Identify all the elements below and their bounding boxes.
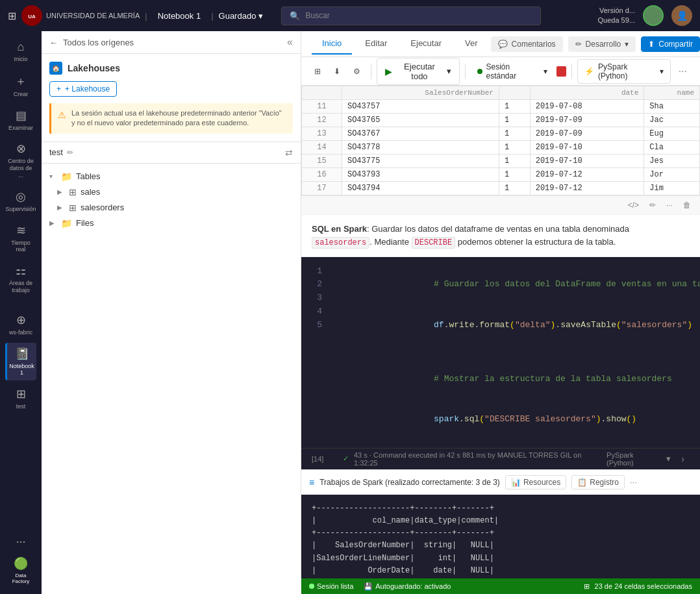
test-icon: ⊞	[16, 387, 26, 401]
compartir-button[interactable]: ⬆ Compartir	[641, 36, 700, 52]
sidebar-item-tiempo-real[interactable]: ≋ Tiempo real	[5, 219, 36, 258]
warning-text: La sesión actual usa el lakehouse predet…	[71, 108, 286, 129]
tab-ejecutar[interactable]: Ejecutar	[400, 33, 452, 55]
desarrollo-button[interactable]: ✏ Desarrollo ▾	[568, 36, 636, 52]
stop-button[interactable]	[556, 66, 566, 77]
test-label[interactable]: test ✏	[49, 147, 73, 157]
code-content[interactable]: # Guardar los datos del DataFrame de ven…	[332, 265, 700, 440]
sidebar-label-centro: Centro de datos de ...	[8, 158, 34, 179]
more-icon: ···	[16, 535, 25, 549]
files-label: Files	[76, 218, 293, 228]
panel-collapse-button[interactable]: «	[287, 36, 293, 48]
code-line-4: # Mostrar la estructura de la tabla sale…	[332, 359, 700, 399]
add-lakehouse-button[interactable]: + + Lakehouse	[49, 81, 117, 97]
grid-icon[interactable]: ⊞	[8, 10, 16, 22]
code-line-3	[332, 345, 700, 359]
action-toolbar: ⊞ ⬇ ⚙ ▶ Ejecutar todo ▾ Sesión estándar …	[301, 57, 700, 86]
code-view-button[interactable]: </>	[624, 199, 643, 212]
spark-more-button[interactable]: ···	[630, 477, 637, 487]
add-cell-icon: ⊞	[314, 67, 321, 76]
expand-output-button[interactable]: ›	[676, 452, 690, 465]
table-row: 11SO4375712019-07-08Sha	[302, 100, 700, 114]
code-line-1: # Guardar los datos del DataFrame de ven…	[332, 265, 700, 305]
autosave-icon: 💾	[364, 582, 373, 591]
sidebar-item-inicio[interactable]: ⌂ Inicio	[5, 36, 36, 67]
pyspark-icon: ⚡	[584, 67, 594, 76]
settings-button[interactable]: ⚙	[348, 64, 366, 79]
runtime-dropdown-icon[interactable]: ▾	[666, 454, 671, 464]
edit-cell-button[interactable]: ✏	[645, 199, 660, 212]
schema-output: +--------------------+--------+-------+ …	[301, 495, 700, 578]
user-avatar[interactable]: 👤	[671, 5, 692, 26]
notebook-content[interactable]: SalesOrderNumber date name 11SO437571201…	[301, 86, 700, 578]
delete-cell-button[interactable]: 🗑	[679, 199, 695, 212]
realtime-icon: ≋	[16, 223, 26, 238]
pyspark-button[interactable]: ⚡ PySpark (Python) ▾	[577, 59, 671, 84]
table-row: 14SO4377812019-07-10Cla	[302, 141, 700, 155]
sidebar-item-centro[interactable]: ⊗ Centro de datos de ...	[5, 138, 36, 182]
session-button[interactable]: Sesión estándar ▾	[471, 60, 554, 83]
warning-icon: ⚠	[58, 109, 66, 129]
notebook-icon: 📓	[15, 347, 29, 361]
tree-item-sales[interactable]: ▶ ⊞ sales	[42, 184, 301, 200]
table-row: 16SO4379312019-07-12Jor	[302, 168, 700, 182]
sidebar-item-areas[interactable]: ⚏ Áreas de trabajo	[5, 260, 36, 298]
run-icon: ▶	[385, 66, 392, 77]
sidebar-item-crear[interactable]: ＋ Crear	[5, 69, 36, 102]
tables-label: Tables	[76, 171, 293, 181]
cell-description: SQL en Spark: Guardar los datos del data…	[301, 215, 700, 257]
code-editor[interactable]: 1 2 3 4 5 # Guardar los datos del DataFr…	[301, 257, 700, 448]
toolbar-more-button[interactable]: ···	[673, 63, 692, 80]
sidebar-item-data-factory[interactable]: 🟢 Data Factory	[5, 552, 36, 589]
files-icon: 📁	[61, 218, 72, 229]
session-dot-status	[309, 584, 314, 589]
search-icon: 🔍	[290, 11, 300, 21]
sidebar-item-more[interactable]: ···	[5, 531, 36, 552]
expand-salesorders-icon: ▶	[57, 204, 65, 211]
back-button[interactable]: ←	[49, 38, 58, 47]
run-all-button[interactable]: ▶ Ejecutar todo ▾	[377, 58, 460, 85]
gear-icon: ⚙	[353, 67, 360, 76]
sidebar-label-crear: Crear	[14, 91, 29, 98]
describe-code: DESCRIBE	[412, 237, 456, 249]
university-logo: UA	[21, 5, 42, 26]
sidebar-item-supervision[interactable]: ◎ Supervisión	[5, 186, 36, 217]
status-text: 43 s · Command executed in 42 s 881 ms b…	[354, 451, 601, 467]
tree-item-files[interactable]: ▶ 📁 Files	[42, 216, 301, 231]
saved-status[interactable]: Guardado ▾	[219, 11, 264, 21]
table-row: 17SO4379412019-07-12Jim	[302, 182, 700, 195]
sidebar-item-notebook[interactable]: 📓 Notebook 1	[5, 343, 36, 381]
comments-icon: 💬	[498, 40, 508, 49]
university-name: UNIVERSIDAD DE ALMERÍA	[46, 12, 140, 19]
tree-item-tables[interactable]: ▾ 📁 Tables	[42, 169, 301, 184]
spark-icon: ≡	[309, 477, 314, 488]
warning-box: ⚠ La sesión actual usa el lakehouse pred…	[49, 103, 293, 134]
sidebar-item-test[interactable]: ⊞ test	[5, 383, 36, 414]
download-button[interactable]: ⬇	[329, 64, 345, 79]
tab-editar[interactable]: Editar	[355, 33, 397, 55]
resources-button[interactable]: 📊 Resources	[505, 475, 566, 489]
sidebar-item-ws-fabric[interactable]: ⊕ ws-fabric	[5, 309, 36, 340]
tab-inicio[interactable]: Inicio	[312, 33, 352, 55]
sql-spark-label: SQL en Spark	[312, 224, 367, 234]
salesorders-code: salesorders	[312, 237, 369, 249]
sidebar-label-ws: ws-fabric	[9, 329, 32, 336]
sidebar-item-examinar[interactable]: ▤ Examinar	[5, 105, 36, 136]
refresh-icon[interactable]: ⇄	[285, 147, 293, 158]
code-line-2: df.write.format("delta").saveAsTable("sa…	[332, 305, 700, 345]
add-icon: +	[56, 84, 61, 93]
search-bar[interactable]: 🔍 Buscar	[281, 6, 541, 25]
comments-button[interactable]: 💬 Comentarios	[491, 36, 563, 52]
tab-ver[interactable]: Ver	[455, 33, 488, 55]
add-cell-button[interactable]: ⊞	[309, 64, 326, 79]
edit-icon: ✏	[67, 148, 73, 157]
cell-options-button[interactable]: ···	[662, 199, 677, 212]
left-panel: ← Todos los orígenes « 🏠 Lakehouses + + …	[42, 31, 301, 594]
main-layout: ⌂ Inicio ＋ Crear ▤ Examinar ⊗ Centro de …	[0, 31, 700, 594]
expand-sales-icon: ▶	[57, 188, 65, 195]
notebook-title[interactable]: Notebook 1	[153, 11, 206, 21]
table-row: 12SO4376512019-07-09Jac	[302, 114, 700, 127]
registro-button[interactable]: 📋 Registro	[571, 475, 625, 489]
tree-item-salesorders[interactable]: ▶ ⊞ salesorders	[42, 200, 301, 216]
code-line-5: spark.sql("DESCRIBE salesorders").show()	[332, 399, 700, 439]
